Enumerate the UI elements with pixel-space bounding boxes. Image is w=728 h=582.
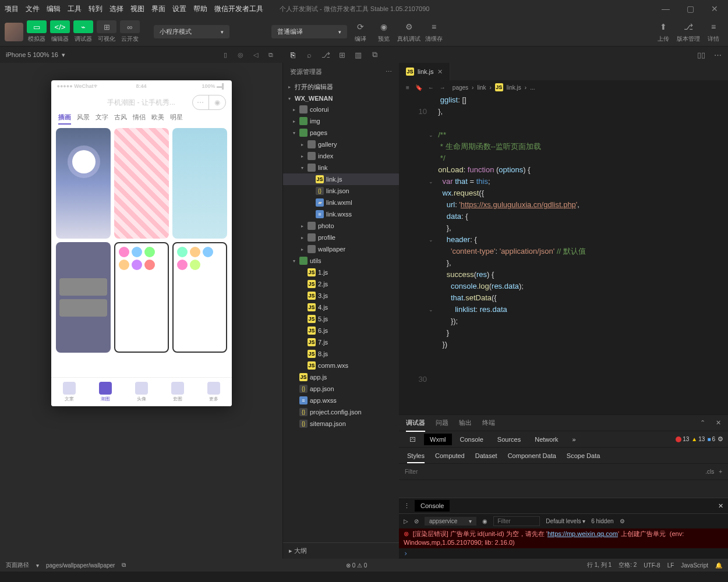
tree-file-linkjs[interactable]: JSlink.js bbox=[283, 173, 399, 185]
chevron-down-icon[interactable]: ▾ bbox=[36, 562, 39, 569]
cursor-position[interactable]: 行 1, 列 1 bbox=[587, 561, 612, 569]
tree-folder[interactable]: ▸profile bbox=[283, 232, 399, 243]
code-body[interactable]: gglist: [] }, /** * 生命周期函数--监听页面加载 */ on… bbox=[434, 94, 728, 414]
tab-linkjs[interactable]: JS link.js ✕ bbox=[399, 63, 450, 80]
clear-cache-icon[interactable]: ≡ bbox=[424, 20, 444, 33]
route-value[interactable]: pages/wallpaper/wallpaper bbox=[46, 562, 115, 569]
insp-network[interactable]: Network bbox=[529, 434, 564, 445]
tree-file[interactable]: JS2.js bbox=[283, 278, 399, 290]
tree-file[interactable]: JS7.js bbox=[283, 336, 399, 348]
tab-problems[interactable]: 问题 bbox=[436, 418, 448, 427]
crumb-item[interactable]: pages bbox=[453, 84, 468, 91]
menu-goto[interactable]: 转到 bbox=[89, 4, 103, 14]
fold-icon[interactable]: ⌄ bbox=[429, 129, 433, 141]
real-debug-icon[interactable]: ⚙ bbox=[399, 20, 419, 33]
debugger-button[interactable]: ⌁ bbox=[73, 20, 93, 33]
menu-interface[interactable]: 界面 bbox=[151, 4, 165, 14]
panel-toggle-icon[interactable]: ▯▯ bbox=[695, 51, 707, 59]
tab-output[interactable]: 输出 bbox=[459, 418, 472, 427]
encoding[interactable]: UTF-8 bbox=[644, 562, 660, 569]
mute-icon[interactable]: ◁ bbox=[250, 51, 261, 59]
tab-debugger[interactable]: 调试器 bbox=[406, 418, 425, 432]
tab-terminal[interactable]: 终端 bbox=[482, 418, 495, 427]
tree-file[interactable]: JS8.js bbox=[283, 348, 399, 360]
warn-badge[interactable]: ▲ 13 bbox=[691, 436, 705, 442]
more-icon[interactable]: ⋯ bbox=[712, 51, 723, 59]
menu-devtools[interactable]: 微信开发者工具 bbox=[214, 4, 263, 14]
tree-file[interactable]: ≡app.wxss bbox=[283, 395, 399, 406]
tab-couple[interactable]: 情侣 bbox=[133, 113, 146, 125]
tree-file[interactable]: JS6.js bbox=[283, 325, 399, 336]
tree-file[interactable]: JS3.js bbox=[283, 290, 399, 301]
subtab-styles[interactable]: Styles bbox=[407, 452, 425, 463]
crumb-item[interactable]: link.js bbox=[507, 84, 521, 91]
capsule-menu-icon[interactable]: ⋯ bbox=[193, 95, 209, 109]
user-avatar[interactable] bbox=[5, 23, 23, 41]
subtab-dataset[interactable]: Dataset bbox=[475, 452, 497, 459]
tree-file[interactable]: JS4.js bbox=[283, 301, 399, 313]
search-icon[interactable]: ⌕ bbox=[303, 51, 315, 59]
outline-section[interactable]: ▸ 大纲 bbox=[283, 542, 399, 559]
tree-file[interactable]: {}project.config.json bbox=[283, 406, 399, 418]
crumb-item[interactable]: link bbox=[477, 84, 486, 91]
crumb-item[interactable]: ... bbox=[530, 84, 535, 91]
context-select[interactable]: appservice▾ bbox=[425, 517, 476, 526]
explorer-more-icon[interactable]: ⋯ bbox=[386, 68, 392, 76]
files-icon[interactable]: ⎘ bbox=[287, 51, 299, 59]
capsule-close-icon[interactable]: ◉ bbox=[209, 95, 225, 109]
gallery-item[interactable] bbox=[172, 128, 227, 239]
gallery-item[interactable] bbox=[114, 128, 169, 239]
copy-icon[interactable]: ⧉ bbox=[122, 562, 126, 569]
tree-folder[interactable]: ▾utils bbox=[283, 255, 399, 267]
code-editor[interactable]: 10 ⌄ ⌄ ⌄ ⌄ 30 gglist: [] }, /** * 生命周期函数… bbox=[399, 94, 728, 414]
tree-file[interactable]: {}app.json bbox=[283, 383, 399, 395]
levels-dropdown[interactable]: Default levels ▾ bbox=[546, 518, 585, 524]
tab-star[interactable]: 明星 bbox=[170, 113, 183, 125]
clear-icon[interactable]: ⊘ bbox=[414, 518, 419, 524]
menu-help[interactable]: 帮助 bbox=[193, 4, 207, 14]
tree-folder[interactable]: ▸index bbox=[283, 150, 399, 162]
compile-icon[interactable]: ⟳ bbox=[351, 20, 370, 33]
mode-dropdown[interactable]: 小程序模式 bbox=[154, 25, 229, 38]
tree-file[interactable]: JSapp.js bbox=[283, 371, 399, 383]
version-icon[interactable]: ⎇ bbox=[678, 20, 698, 33]
fold-icon[interactable]: ⌄ bbox=[429, 304, 433, 315]
language-mode[interactable]: JavaScript bbox=[681, 562, 708, 569]
tree-project-root[interactable]: ▾WX_WENAN bbox=[283, 93, 399, 104]
upload-icon[interactable]: ⬆ bbox=[653, 20, 673, 33]
subtab-component[interactable]: Component Data bbox=[508, 452, 556, 459]
cloud-button[interactable]: ∞ bbox=[120, 20, 140, 33]
menu-project[interactable]: 项目 bbox=[5, 4, 19, 14]
subtab-scope[interactable]: Scope Data bbox=[567, 452, 600, 459]
nav-wenan[interactable]: 文案 bbox=[63, 382, 76, 402]
notifications-icon[interactable]: 🔔 bbox=[715, 562, 722, 569]
tree-file[interactable]: JS5.js bbox=[283, 313, 399, 325]
simulator-button[interactable]: ▭ bbox=[27, 20, 47, 33]
console-icon[interactable]: ▷ bbox=[404, 518, 408, 524]
device-icon[interactable]: ▯ bbox=[220, 51, 231, 59]
minimize-button[interactable]: — bbox=[657, 4, 674, 13]
fold-icon[interactable]: ⌄ bbox=[429, 234, 433, 246]
console-menu-icon[interactable]: ⋮ bbox=[404, 502, 410, 510]
tree-file[interactable]: ≡link.wxss bbox=[283, 208, 399, 220]
console-close-icon[interactable]: ✕ bbox=[718, 502, 723, 510]
add-button[interactable]: + bbox=[719, 469, 722, 475]
tree-file[interactable]: ▰link.wxml bbox=[283, 197, 399, 208]
menu-tools[interactable]: 工具 bbox=[68, 4, 82, 14]
panel-close-icon[interactable]: ✕ bbox=[716, 419, 721, 427]
tree-file[interactable]: {}sitemap.json bbox=[283, 418, 399, 430]
nav-avatar[interactable]: 头像 bbox=[135, 382, 148, 402]
split-icon[interactable]: ▥ bbox=[352, 51, 364, 59]
tab-scenery[interactable]: 风景 bbox=[77, 113, 90, 125]
info-badge[interactable]: ■ 6 bbox=[707, 436, 715, 442]
tab-western[interactable]: 欧美 bbox=[151, 113, 164, 125]
preview-icon[interactable]: ◉ bbox=[374, 20, 394, 33]
gallery-item[interactable] bbox=[172, 242, 227, 353]
menu-settings[interactable]: 设置 bbox=[172, 4, 186, 14]
nav-taotu[interactable]: 套图 bbox=[171, 382, 184, 402]
tab-text[interactable]: 文字 bbox=[96, 113, 108, 125]
console-filter-input[interactable] bbox=[493, 516, 540, 526]
filter-input[interactable] bbox=[405, 469, 696, 475]
gallery-item[interactable] bbox=[56, 128, 111, 239]
tab-ancient[interactable]: 古风 bbox=[114, 113, 127, 125]
